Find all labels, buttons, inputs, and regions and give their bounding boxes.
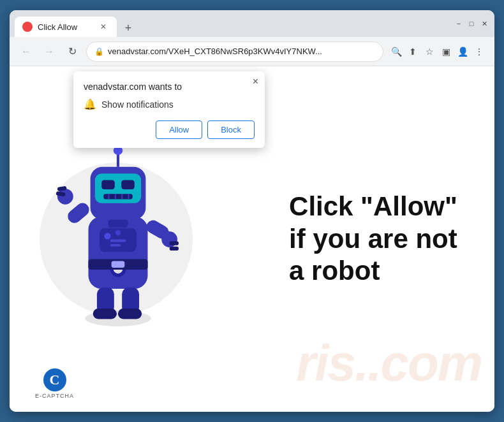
close-button[interactable]: ✕ — [479, 18, 489, 29]
svg-rect-29 — [118, 309, 142, 319]
popup-permission-row: 🔔 Show notifications — [84, 98, 255, 110]
forward-button[interactable]: → — [40, 43, 58, 61]
svg-point-31 — [104, 233, 110, 239]
tab-close-button[interactable]: ✕ — [98, 21, 109, 33]
share-icon[interactable]: ⬆ — [405, 44, 420, 59]
svg-rect-24 — [170, 242, 179, 245]
bookmark-icon[interactable]: ☆ — [422, 44, 437, 59]
main-text-area: Click "Allow" if you are not a robot — [252, 66, 494, 412]
captcha-label: E-CAPTCHA — [35, 393, 74, 399]
tab-favicon — [22, 22, 33, 32]
popup-title: venadvstar.com wants to — [84, 82, 255, 92]
window-controls: − □ ✕ — [454, 18, 489, 29]
notification-popup: × venadvstar.com wants to 🔔 Show notific… — [73, 71, 265, 148]
nav-bar: ← → ↻ 🔒 venadvstar.com/VXeH_CXT86NwSR6p3… — [10, 37, 494, 66]
svg-rect-33 — [110, 240, 126, 242]
svg-rect-5 — [112, 261, 125, 268]
main-text: Click "Allow" if you are not a robot — [289, 191, 457, 287]
main-text-line3: a robot — [289, 256, 380, 286]
sidebar-icon[interactable]: ▣ — [438, 44, 454, 59]
permission-label: Show notifications — [101, 99, 174, 110]
maximize-button[interactable]: □ — [466, 18, 477, 29]
allow-button[interactable]: Allow — [156, 120, 202, 139]
captcha-logo: C — [43, 368, 66, 391]
bell-icon: 🔔 — [84, 98, 96, 110]
active-tab[interactable]: Click Allow ✕ — [15, 17, 117, 37]
popup-buttons: Allow Block — [84, 120, 255, 139]
svg-point-32 — [115, 230, 121, 235]
address-text: venadvstar.com/VXeH_CXT86NwSR6p3KWv4vIY7… — [108, 47, 375, 56]
svg-rect-25 — [170, 247, 179, 251]
block-button[interactable]: Block — [207, 120, 255, 139]
robot-image — [48, 131, 214, 347]
minimize-button[interactable]: − — [454, 18, 464, 29]
main-text-line2: if you are not — [289, 224, 457, 254]
title-bar: Click Allow ✕ + − □ ✕ — [10, 10, 494, 37]
page-content: ris..com — [10, 66, 494, 412]
svg-rect-8 — [101, 180, 115, 189]
new-tab-button[interactable]: + — [119, 19, 137, 37]
search-icon[interactable]: 🔍 — [389, 44, 404, 59]
lock-icon: 🔒 — [94, 47, 104, 56]
svg-rect-9 — [121, 180, 135, 189]
svg-rect-18 — [65, 200, 92, 226]
tab-title: Click Allow — [38, 22, 93, 32]
main-text-line1: Click "Allow" — [289, 191, 457, 221]
ecaptcha-widget: C E-CAPTCHA — [35, 368, 74, 399]
svg-rect-15 — [108, 220, 128, 228]
address-bar[interactable]: 🔒 venadvstar.com/VXeH_CXT86NwSR6p3KWv4vI… — [86, 41, 383, 62]
reload-button[interactable]: ↻ — [63, 43, 81, 61]
browser-window: Click Allow ✕ + − □ ✕ ← → ↻ 🔒 venadvstar… — [10, 10, 494, 412]
profile-icon[interactable]: 👤 — [455, 44, 470, 59]
svg-rect-28 — [93, 309, 117, 319]
back-button[interactable]: ← — [17, 43, 35, 61]
popup-close-button[interactable]: × — [253, 76, 258, 87]
menu-icon[interactable]: ⋮ — [471, 44, 487, 59]
svg-rect-34 — [110, 244, 121, 247]
tab-bar: Click Allow ✕ + — [15, 10, 454, 37]
nav-right-icons: 🔍 ⬆ ☆ ▣ 👤 ⋮ — [389, 44, 487, 59]
